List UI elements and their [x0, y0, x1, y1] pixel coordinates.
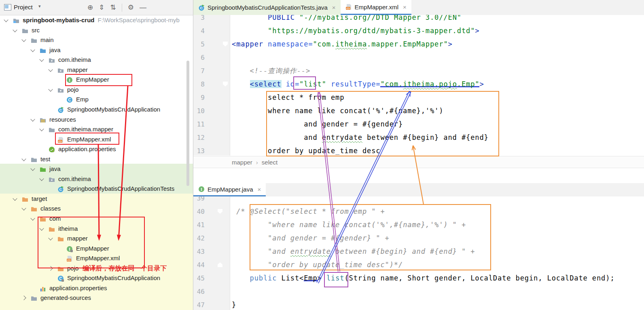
tree-item-itheima[interactable]: itheima [0, 224, 193, 234]
tree-item-springbootmybatiscrudapplicationtests[interactable]: CSpringbootMybatisCrudApplicationTests [0, 183, 193, 194]
tree-item-label: generated-sources [40, 293, 91, 303]
chevron-expanded-icon[interactable] [21, 206, 26, 211]
tree-item-mapper[interactable]: mapper [0, 65, 193, 75]
tree-item-empmapper-xml[interactable]: <>EmpMapper.xml [0, 253, 193, 263]
breadcrumb-separator-icon: › [252, 159, 262, 166]
editor-tabs-bottom: IEmpMapper.java× [193, 183, 644, 197]
line-number: 8 [193, 78, 205, 91]
chevron-down-icon[interactable]: ▾ [38, 4, 41, 9]
fold-marker-icon[interactable] [218, 209, 222, 214]
locate-icon[interactable]: ⊕ [87, 0, 93, 15]
tree-item-empmapper[interactable]: IEmpMapper [0, 243, 193, 253]
line-number: 13 [193, 144, 205, 156]
tree-item-test[interactable]: test [0, 154, 193, 164]
tree-item-springbootmybatiscrudapplication[interactable]: CSpringbootMybatisCrudApplication [0, 104, 193, 114]
tree-item-empmapper[interactable]: IEmpMapper [0, 74, 193, 84]
tree-item-empmapper-xml[interactable]: <>EmpMapper.xml [0, 134, 193, 144]
tree-item-classes[interactable]: classes [0, 203, 193, 213]
tab-empmapper-xml[interactable]: <>EmpMapper.xml× [341, 0, 411, 15]
breadcrumb-item-select[interactable]: select [262, 159, 278, 166]
java-editor[interactable]: 3940 /* @Select("select * from emp " +41… [193, 196, 644, 310]
chevron-expanded-icon[interactable] [39, 127, 44, 131]
tree-item-pojo[interactable]: pojo [0, 84, 193, 95]
close-icon[interactable]: × [403, 4, 407, 11]
line-number: 3 [193, 15, 205, 24]
chevron-expanded-icon[interactable] [30, 167, 35, 171]
tree-item-resources[interactable]: resources [0, 114, 193, 124]
tree-item-java[interactable]: java [0, 45, 193, 55]
code-line-10: 10 where name like concat('%',#{name},'%… [193, 104, 644, 118]
tree-item-label: com.itheima.mapper [58, 124, 113, 134]
boot-icon: C [57, 106, 64, 112]
tree-item-com-itheima[interactable]: com.itheima [0, 174, 193, 184]
tree-item-springboot-mybatis-crud[interactable]: springboot-mybatis-crudF:\WorkSpace\spri… [0, 15, 193, 25]
chevron-expanded-icon[interactable] [48, 67, 53, 72]
tree-item-java[interactable]: java [0, 164, 193, 174]
tab-springbootmybatiscrudapplicationtests-java[interactable]: CSpringbootMybatisCrudApplicationTests.j… [193, 0, 341, 15]
tree-item-main[interactable]: main [0, 35, 193, 45]
code-line-40: 40 /* @Select("select * from emp " + [193, 205, 644, 218]
tree-item-com-itheima[interactable]: com.itheima [0, 55, 193, 65]
tab-empmapper-java[interactable]: IEmpMapper.java× [193, 183, 266, 196]
expand-all-icon[interactable]: ⇕ [99, 0, 104, 15]
chevron-expanded-icon[interactable] [4, 17, 8, 22]
line-number: 39 [193, 196, 205, 205]
chevron-expanded-icon[interactable] [30, 117, 35, 121]
code-line-11: 11 and gender = #{gender} [193, 118, 644, 131]
folder-orange-icon [57, 265, 64, 271]
tree-item-generated-sources[interactable]: generated-sources [0, 293, 193, 303]
tree-item-label: src [32, 25, 40, 35]
hide-panel-icon[interactable]: — [140, 0, 146, 15]
chevron-expanded-icon[interactable] [13, 27, 17, 32]
code-line-12: 12 and entrydate between #{begin} and #{… [193, 131, 644, 144]
tree-item-mapper[interactable]: mapper [0, 233, 193, 243]
tree-item-label: com.itheima [58, 55, 91, 65]
tree-item-pojo[interactable]: pojo编译后，存放在同一个目录下 [0, 263, 193, 273]
code-line-42: 42 "and gender = #{gender} " + [193, 232, 644, 245]
tree-item-application-properties[interactable]: application.properties [0, 144, 193, 154]
collapse-all-icon[interactable]: ⇅ [110, 0, 116, 15]
fold-marker-icon[interactable] [218, 262, 222, 267]
fold-marker-icon[interactable] [223, 42, 228, 46]
chevron-expanded-icon[interactable] [39, 176, 44, 181]
chevron-expanded-icon[interactable] [39, 226, 44, 230]
chevron-expanded-icon[interactable] [48, 236, 53, 240]
code-line-3: 3 PUBLIC "-//mybatis.org//DTD Mapper 3.0… [193, 15, 644, 24]
chevron-collapsed-icon[interactable] [21, 296, 26, 300]
line-number: 46 [193, 285, 205, 298]
chevron-expanded-icon[interactable] [48, 87, 53, 91]
chevron-collapsed-icon[interactable] [48, 266, 53, 270]
code-line-45: 45 public List<Emp> list(String name, Sh… [193, 272, 644, 285]
chevron-expanded-icon[interactable] [30, 47, 35, 52]
tree-item-com-itheima-mapper[interactable]: com.itheima.mapper [0, 124, 193, 134]
tree-item-src[interactable]: src [0, 25, 193, 35]
close-icon[interactable]: × [258, 186, 261, 193]
editor-tabs-top: CSpringbootMybatisCrudApplicationTests.j… [193, 0, 644, 15]
tree-scrollbar[interactable] [186, 61, 189, 186]
tree-item-label: target [32, 194, 47, 204]
tree-item-emp[interactable]: CEmp [0, 94, 193, 104]
tool-window-icon [4, 4, 11, 11]
breadcrumb: mapper›select [193, 156, 644, 168]
chevron-expanded-icon[interactable] [39, 57, 44, 62]
chevron-expanded-icon[interactable] [21, 37, 26, 42]
line-number: 5 [193, 38, 205, 51]
fold-marker-icon[interactable] [223, 82, 228, 86]
tree-item-application-properties[interactable]: application.properties [0, 283, 193, 293]
settings-gear-icon[interactable]: ⚙ [128, 0, 134, 15]
line-number: 12 [193, 131, 205, 144]
tree-item-springbootmybatiscrudapplication[interactable]: CSpringbootMybatisCrudApplication [0, 273, 193, 283]
chevron-expanded-icon[interactable] [21, 156, 26, 161]
close-icon[interactable]: × [332, 4, 336, 11]
tree-item-label: Emp [76, 94, 89, 104]
chevron-expanded-icon[interactable] [13, 196, 17, 200]
project-panel-title[interactable]: Project [14, 4, 33, 11]
line-number: 10 [193, 104, 205, 118]
tree-item-target[interactable]: target [0, 194, 193, 204]
breadcrumb-item-mapper[interactable]: mapper [232, 159, 252, 166]
code-line-47: 47} [193, 298, 644, 310]
folder-res-icon [40, 116, 46, 122]
tree-item-com[interactable]: com [0, 213, 193, 224]
xml-editor[interactable]: 3 PUBLIC "-//mybatis.org//DTD Mapper 3.0… [193, 15, 644, 156]
chevron-expanded-icon[interactable] [30, 216, 35, 220]
